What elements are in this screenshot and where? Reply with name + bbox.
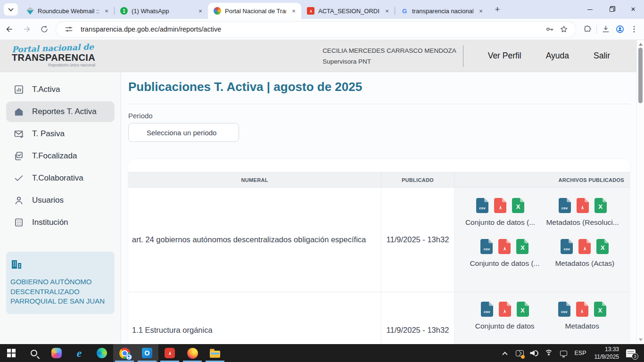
bookmark-star-icon[interactable] (557, 22, 571, 36)
taskbar-chrome-button[interactable] (113, 344, 136, 362)
pdf-file-icon[interactable] (578, 239, 591, 254)
language-indicator[interactable]: ESP (572, 350, 588, 356)
scrollbar-thumb[interactable] (638, 48, 643, 103)
csv-file-icon[interactable]: csv (558, 302, 570, 317)
csv-file-icon[interactable]: csv (476, 198, 488, 213)
file-group[interactable]: csv X Conjunto de datos (... (465, 198, 535, 227)
tray-cast-button[interactable] (514, 344, 525, 362)
pdf-file-icon[interactable] (576, 302, 588, 317)
tab-whatsapp[interactable]: 1 (1) WhatsApp (115, 3, 208, 19)
excel-file-icon[interactable]: X (594, 302, 606, 317)
file-group[interactable]: csv X Metadatos (Actas) (555, 239, 614, 268)
sidebar-item-t-activa[interactable]: T.Activa (6, 79, 115, 100)
tab-search-button[interactable] (4, 3, 18, 16)
file-group[interactable]: csv X Conjunto de datos (475, 302, 535, 330)
back-button[interactable] (1, 21, 17, 37)
forward-button[interactable] (19, 21, 35, 37)
tab-roundcube[interactable]: Roundcube Webmail :: Entra (21, 3, 114, 19)
period-select[interactable]: Selecciona un periodo (128, 123, 239, 142)
browser-toolbar: transparencia.dpe.gob.ec/admin/reports/a… (0, 19, 644, 40)
tray-network-button[interactable] (543, 344, 554, 362)
csv-file-icon[interactable]: csv (559, 198, 571, 213)
page-scrollbar[interactable] (636, 40, 644, 344)
sidebar-item-t-pasiva[interactable]: T. Pasiva (6, 123, 115, 144)
close-tab-icon[interactable] (103, 7, 110, 15)
taskbar-clock[interactable]: 13:33 11/9/2025 (592, 346, 622, 361)
file-group[interactable]: csv X Conjunto de datos (... (470, 239, 539, 268)
scroll-down-icon[interactable] (639, 338, 643, 341)
tray-volume-button[interactable] (528, 344, 540, 362)
tray-display-button[interactable] (558, 344, 569, 362)
pdf-file-icon[interactable] (498, 239, 511, 254)
csv-file-icon[interactable]: csv (481, 302, 493, 317)
sidebar-item-t-focalizada[interactable]: T.Focalizada (6, 146, 115, 166)
password-key-icon[interactable] (543, 22, 557, 36)
taskbar-acrobat-button[interactable] (158, 344, 181, 362)
csv-file-icon[interactable]: csv (480, 239, 493, 254)
reload-button[interactable] (36, 21, 52, 37)
institution-card[interactable]: GOBIERNO AUTÓNOMO DESCENTRALIZADO PARROQ… (6, 252, 115, 314)
link-ayuda[interactable]: Ayuda (546, 51, 569, 61)
browser-tab-strip: Roundcube Webmail :: Entra 1 (1) WhatsAp… (0, 0, 644, 19)
tab-title: (1) WhatsApp (132, 8, 193, 15)
url-text[interactable]: transparencia.dpe.gob.ec/admin/reports/a… (81, 25, 543, 33)
sidebar-item-institucion[interactable]: Institución (6, 212, 115, 233)
file-icons: csv X (558, 239, 611, 254)
scroll-up-icon[interactable] (639, 43, 643, 46)
profile-icon[interactable] (613, 22, 627, 36)
maximize-button[interactable] (601, 0, 622, 19)
extensions-icon[interactable] (580, 22, 594, 36)
taskbar-explorer-button[interactable] (204, 344, 226, 362)
tab-google-search[interactable]: G transparencia nacional 2.0 - (395, 3, 488, 19)
link-ver-perfil[interactable]: Ver Perfil (488, 51, 521, 61)
taskbar-search-button[interactable] (23, 344, 45, 362)
excel-file-icon[interactable]: X (517, 302, 529, 317)
tune-icon[interactable] (62, 22, 76, 36)
close-window-button[interactable] (622, 0, 644, 19)
start-button[interactable] (0, 344, 23, 362)
close-tab-icon[interactable] (290, 7, 297, 15)
taskbar-copilot-button[interactable] (45, 344, 68, 362)
roundcube-icon (26, 7, 34, 15)
notification-center-button[interactable]: 3 (625, 344, 636, 362)
pdf-file-icon[interactable] (577, 198, 589, 213)
system-tray: ESP 13:33 11/9/2025 3 (499, 344, 644, 362)
file-group[interactable]: csv X Metadatos (Resoluci... (546, 198, 619, 227)
csv-glyph: csv (564, 247, 570, 251)
minimize-button[interactable] (579, 0, 601, 19)
taskbar-ie-button[interactable]: e (68, 344, 91, 362)
window-controls (579, 0, 644, 19)
excel-file-icon[interactable]: X (516, 239, 528, 254)
close-tab-icon[interactable] (477, 7, 485, 15)
sidebar-item-reportes-t-activa[interactable]: Reportes T. Activa (6, 101, 115, 122)
menu-dots-icon[interactable] (627, 22, 641, 36)
tab-acta-pdf[interactable]: ACTA_SESION_ORDINARIA.p (301, 3, 395, 19)
sidebar-label: T. Pasiva (32, 129, 65, 139)
tab-portal-active[interactable]: Portal Nacional de Transpare (208, 3, 301, 19)
excel-file-icon[interactable]: X (594, 198, 607, 213)
tray-expand-button[interactable] (499, 344, 511, 362)
title-divider (128, 104, 630, 104)
file-group-label: Metadatos (Resoluci... (546, 218, 619, 227)
sidebar-label: Reportes T. Activa (32, 107, 97, 116)
acrobat-icon (165, 348, 175, 358)
taskbar-outlook-button[interactable]: O (136, 344, 158, 362)
new-tab-button[interactable] (491, 3, 504, 16)
close-tab-icon[interactable] (383, 7, 391, 15)
file-group[interactable]: csv X Metadatos (555, 302, 609, 330)
link-salir[interactable]: Salir (594, 51, 610, 61)
csv-file-icon[interactable]: csv (561, 239, 573, 254)
excel-file-icon[interactable]: X (596, 239, 609, 254)
address-bar[interactable]: transparencia.dpe.gob.ec/admin/reports/a… (56, 22, 576, 37)
excel-file-icon[interactable]: X (512, 198, 524, 213)
sidebar-item-usuarios[interactable]: Usuarios (6, 190, 115, 211)
sidebar-item-t-colaborativa[interactable]: T.Colaborativa (6, 168, 115, 189)
pdf-file-icon[interactable] (499, 302, 511, 317)
pdf-file-icon[interactable] (494, 198, 506, 213)
taskbar: e O ESP 13:33 11/9/2025 3 (0, 344, 644, 362)
downloads-icon[interactable] (599, 22, 613, 36)
excel-glyph: X (516, 203, 520, 210)
close-tab-icon[interactable] (197, 7, 204, 15)
taskbar-firefox-button[interactable] (181, 344, 204, 362)
taskbar-edge-button[interactable] (91, 344, 113, 362)
